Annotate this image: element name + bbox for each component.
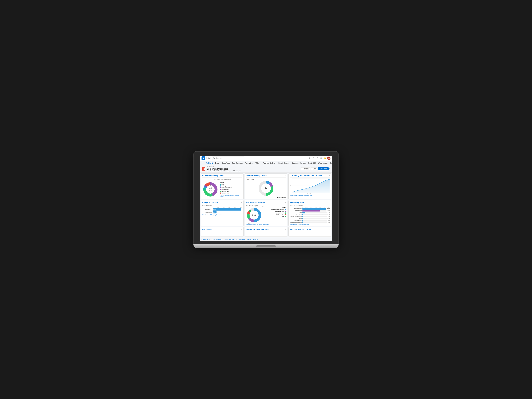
- grid-icon[interactable]: ⊞: [312, 157, 315, 160]
- nav-part-research[interactable]: Part Research: [231, 162, 244, 165]
- billings-subtitle: Sum of Total (USD): [202, 205, 242, 206]
- legend-dot-sent: [220, 187, 221, 188]
- nav-accounts[interactable]: Accounts ▾: [244, 162, 254, 165]
- legend-dot-avco: [285, 199, 286, 199]
- pval-zodiac: 500: [328, 222, 330, 223]
- pfill-fedex: [302, 218, 303, 219]
- legend-new: New: [220, 184, 242, 185]
- legend-label-negotiation: In Negotiation: [222, 189, 229, 190]
- quotes-legend: Status New In Progress: [220, 182, 242, 197]
- search-bar[interactable]: 🔍: [212, 157, 244, 160]
- subscribe-button[interactable]: Subscribe: [318, 167, 329, 171]
- expand-overdue[interactable]: ⤢: [285, 228, 286, 230]
- settings-icon[interactable]: ⚙: [320, 157, 323, 160]
- status-avsight-support[interactable]: AvSight Support: [247, 239, 258, 240]
- card-payables: Payables by Payee ⤢ Sum of Net Amount (U…: [288, 200, 331, 226]
- nav-grid-icon[interactable]: ⋮⋮: [201, 162, 205, 164]
- ptrack-united: [302, 210, 326, 211]
- nav-purchase-orders[interactable]: Purchase Orders ▾: [262, 162, 277, 165]
- contracts-donut-svg: 5: [258, 180, 274, 196]
- favorites-icon[interactable]: ★: [308, 157, 311, 160]
- legend-dot-united-pos: [285, 212, 286, 214]
- nav-customer-quotes[interactable]: Customer Quotes ▾: [291, 162, 307, 165]
- bell-icon[interactable]: 🔔: [323, 157, 326, 160]
- bar-row-avco: AVCO Aviation 39k: [202, 211, 242, 213]
- legend-avsight-pos: AvSight Vendor: [263, 210, 286, 212]
- expand-pos[interactable]: ⤢: [285, 201, 286, 203]
- card-title-inventory: Inventory Total Value Trend: [290, 228, 330, 231]
- xtick-60k: 60k: [217, 207, 219, 208]
- expand-inventory[interactable]: ⤢: [329, 228, 330, 230]
- pfill-avsight: [302, 208, 326, 209]
- pval-bill: 3k: [329, 214, 330, 215]
- ptrack-zodiac: [302, 222, 327, 223]
- pfill-united: [302, 210, 320, 211]
- dash-title-block: Dashboard Corporate Dashboard As of Nov …: [207, 166, 241, 172]
- edit-button[interactable]: Edit: [311, 167, 317, 171]
- help-icon[interactable]: ?: [316, 157, 319, 160]
- card-contracts: Contracts Needing Review ⤢ Record Count: [245, 173, 287, 199]
- card-overdue: Overdue Exchange Core Value ⤢: [245, 227, 287, 237]
- status-part-research[interactable]: Part Research: [213, 239, 222, 240]
- plabel-avco: AVCO Aviation: [290, 220, 302, 221]
- svg-marker-0: [202, 157, 204, 159]
- expand-rejection[interactable]: ⤢: [241, 228, 242, 230]
- bar-val-united: 291k: [213, 209, 216, 210]
- card-billings: Billings by Customer ⤢ Sum of Total (USD…: [201, 200, 244, 226]
- expand-billings[interactable]: ⤢: [241, 201, 242, 203]
- card-title-payables: Payables by Payee: [290, 202, 330, 204]
- payables-subtitle: Sum of Net Amount (USD): [290, 205, 330, 206]
- expand-contracts[interactable]: ⤢: [285, 175, 286, 176]
- bar-track-united: 291k: [213, 208, 242, 210]
- po-val-392k: 392k: [262, 206, 265, 208]
- view-report-quotes-status[interactable]: View Report (All Customer Quotes by Stat…: [220, 194, 242, 197]
- payable-fedex: FedEx 2k: [290, 218, 330, 219]
- refresh-button[interactable]: Refresh: [301, 167, 310, 171]
- legend-dot-avco-pos: [285, 214, 286, 215]
- status-active-part[interactable]: Active Part Search: [225, 239, 237, 240]
- x-axis-label: Create Date: [290, 193, 330, 194]
- svg-text:17k: 17k: [209, 185, 211, 186]
- status-my-work[interactable]: My Work: [239, 239, 245, 240]
- view-report-billings[interactable]: View Report (Billings by Customer): [202, 214, 242, 215]
- laptop-base: [193, 244, 339, 248]
- expand-quotes-date[interactable]: ⤢: [329, 175, 330, 176]
- nav-sales-tools[interactable]: Sales Tools: [221, 162, 231, 165]
- svg-rect-1: [203, 168, 203, 169]
- legend-label-new: New: [222, 184, 224, 185]
- nav-workspaces[interactable]: Workspaces ▾: [317, 162, 329, 165]
- legend-label-won: Closed - Won: [222, 190, 229, 192]
- view-report-quotes-date[interactable]: View Report (Customer Quotes by Date): [290, 195, 330, 196]
- ptick-800k: 800k: [319, 207, 321, 208]
- expand-payables[interactable]: ⤢: [329, 201, 330, 203]
- view-report-pos[interactable]: View Report (POs by Vendor and Date): [246, 224, 286, 225]
- nav-home[interactable]: Home: [214, 162, 221, 165]
- nav-part-360[interactable]: Part 360 Metrics ▾: [329, 162, 332, 165]
- view-report-payables[interactable]: View Report (Payables by Payee): [290, 224, 330, 225]
- subscribe-caret[interactable]: ▾: [329, 168, 330, 170]
- scope-label: All: [207, 157, 209, 159]
- nav-bar: ⋮⋮ AvSight Home Sales Tools Part Researc…: [200, 161, 332, 165]
- bar-label-united: United Airlines: [202, 209, 212, 210]
- status-recent-items[interactable]: Recent Items: [202, 239, 210, 240]
- nav-rfqs[interactable]: RFQs ▾: [254, 162, 261, 165]
- search-input[interactable]: [216, 157, 243, 159]
- top-bar-right: ★ ⊞ ? ⚙ 🔔 BJ: [308, 157, 330, 160]
- scope-select[interactable]: All ▾: [206, 157, 211, 159]
- card-quotes-date: Customer Quotes by Date - Last 6 Months …: [288, 173, 331, 199]
- nav-repair-orders[interactable]: Repair Orders ▾: [278, 162, 291, 165]
- card-title-quotes-status: Customer Quotes by Status: [202, 175, 242, 177]
- svg-rect-4: [204, 169, 205, 170]
- avatar[interactable]: BJ: [327, 157, 330, 160]
- quotes-donut: 280k 167k 17k: [202, 181, 218, 198]
- payable-avsight: AvSight Vendor 1.1M: [290, 208, 330, 209]
- y-tick-20k: 20k: [290, 185, 291, 186]
- nav-quote-360[interactable]: Quote 360: [307, 162, 317, 165]
- status-bar: Recent Items Part Research Active Part S…: [200, 238, 332, 241]
- xtick-300k: 300k: [240, 207, 242, 208]
- legend-in-progress: In Progress: [220, 185, 242, 187]
- xtick-120k: 120k: [222, 207, 225, 208]
- legend-closed-won: Closed - Won: [220, 190, 242, 192]
- avatar-initials: BJ: [328, 157, 330, 159]
- expand-quotes-status[interactable]: ⤢: [241, 175, 242, 176]
